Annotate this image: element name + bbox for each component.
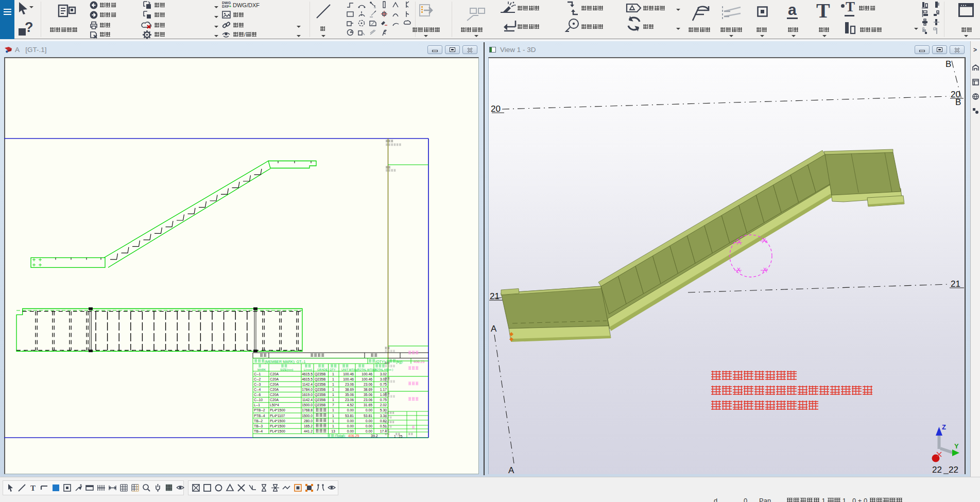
svg-text:Y: Y xyxy=(954,442,959,450)
svg-text:1: 1 xyxy=(332,372,334,376)
svg-text:1.17: 1.17 xyxy=(380,388,387,391)
svg-text:C--2: C--2 xyxy=(254,377,261,381)
svg-text:23.06: 23.06 xyxy=(345,383,354,386)
svg-text:0.75: 0.75 xyxy=(380,383,387,386)
svg-text:C--3: C--3 xyxy=(254,383,261,386)
svg-text:53.81: 53.81 xyxy=(345,414,354,418)
svg-text:100.46: 100.46 xyxy=(343,372,354,376)
svg-text:31.65: 31.65 xyxy=(364,403,372,407)
svg-text:0.00: 0.00 xyxy=(366,408,372,412)
svg-text:441.2: 441.2 xyxy=(304,429,313,433)
svg-text:(MEMBER MARK): GT--1: (MEMBER MARK): GT--1 xyxy=(265,360,305,364)
svg-text:TB--2: TB--2 xyxy=(254,419,263,423)
svg-text:UNIT WT(kg): UNIT WT(kg) xyxy=(341,368,358,371)
svg-text:L(mm): L(mm) xyxy=(304,368,312,371)
svg-text:1142.4: 1142.4 xyxy=(302,383,313,386)
svg-text:1619.0: 1619.0 xyxy=(302,393,313,396)
svg-text:PL4*1500: PL4*1500 xyxy=(270,408,285,412)
svg-text:Q235B: Q235B xyxy=(315,393,326,397)
svg-text:SIZE(mm): SIZE(mm) xyxy=(280,368,294,371)
svg-text:A: A xyxy=(491,324,497,334)
svg-text:23.06: 23.06 xyxy=(345,398,354,402)
svg-text:TOTAL WT(kg): TOTAL WT(kg) xyxy=(357,368,376,371)
svg-text:1500.0: 1500.0 xyxy=(302,414,313,418)
svg-text:0.00: 0.00 xyxy=(347,419,354,423)
svg-text:A: A xyxy=(508,465,514,475)
svg-text:GRADE: GRADE xyxy=(317,368,328,371)
svg-text:1: 1 xyxy=(332,414,334,418)
svg-text:C20A: C20A xyxy=(270,393,279,396)
svg-text:Q235B: Q235B xyxy=(315,383,326,387)
svg-text:QTY: QTY xyxy=(330,368,336,371)
svg-text:100.46: 100.46 xyxy=(343,377,354,381)
svg-text:PL4*1500: PL4*1500 xyxy=(270,429,285,433)
svg-text:0.00: 0.00 xyxy=(347,408,354,412)
svg-text:100.46: 100.46 xyxy=(362,377,372,381)
svg-text:Q235B: Q235B xyxy=(315,372,326,376)
svg-text:1: 1 xyxy=(332,398,334,402)
svg-text:PL4*1107: PL4*1107 xyxy=(270,414,285,418)
svg-text:1768.8: 1768.8 xyxy=(302,408,313,412)
svg-text:TB--4: TB--4 xyxy=(254,429,263,433)
svg-text:C--1: C--1 xyxy=(254,372,261,376)
svg-text:1500.0: 1500.0 xyxy=(302,403,313,407)
svg-text:B: B xyxy=(955,97,961,107)
svg-text:1: 1 xyxy=(332,424,334,428)
svg-text:1: 1 xyxy=(332,377,334,381)
svg-text:0.00: 0.00 xyxy=(366,424,372,428)
svg-text:0.75: 0.75 xyxy=(380,398,387,402)
svg-text:Q235B: Q235B xyxy=(315,403,326,407)
svg-text:0.51: 0.51 xyxy=(380,424,387,428)
svg-text:0.00: 0.00 xyxy=(347,429,354,433)
svg-text:PL4*1500: PL4*1500 xyxy=(270,424,285,428)
svg-text:3.34: 3.34 xyxy=(380,414,387,418)
svg-text:PTB--4: PTB--4 xyxy=(254,414,265,418)
svg-text:1: 1 xyxy=(332,408,334,412)
svg-text:13: 13 xyxy=(331,429,335,433)
svg-text:406.25: 406.25 xyxy=(348,434,359,438)
svg-text:2.02: 2.02 xyxy=(380,403,387,407)
svg-text:C--4: C--4 xyxy=(254,388,261,391)
svg-text:(Total):: (Total): xyxy=(335,434,346,438)
svg-text:T: T xyxy=(30,484,36,492)
svg-text:4615.5: 4615.5 xyxy=(302,372,313,376)
svg-text:53.81: 53.81 xyxy=(364,414,372,418)
svg-text:38.69: 38.69 xyxy=(345,388,354,391)
svg-text:1: 1 xyxy=(332,393,334,396)
svg-text:21: 21 xyxy=(951,279,960,289)
svg-text:TOTAL AR(m ): TOTAL AR(m ) xyxy=(374,368,393,371)
svg-text:C20A: C20A xyxy=(270,372,279,376)
svg-text:39.2: 39.2 xyxy=(371,434,378,438)
svg-text:1: 1 xyxy=(332,419,334,423)
svg-text:21: 21 xyxy=(490,291,500,301)
svg-text:1: 1 xyxy=(332,388,334,391)
svg-text:C20A: C20A xyxy=(270,383,279,386)
svg-text:1: 1 xyxy=(332,383,334,386)
svg-text:165.2: 165.2 xyxy=(304,424,313,428)
svg-text:4615.5: 4615.5 xyxy=(302,377,313,381)
svg-text:C--6: C--6 xyxy=(254,393,261,396)
svg-text:TB--3: TB--3 xyxy=(254,424,263,428)
svg-text:1 : 25: 1 : 25 xyxy=(394,435,403,438)
svg-text:5.30: 5.30 xyxy=(380,408,387,412)
svg-text:23.06: 23.06 xyxy=(364,383,372,386)
svg-text:C20A: C20A xyxy=(270,398,279,402)
svg-text:(kg):: (kg): xyxy=(396,360,403,364)
svg-text:100.46: 100.46 xyxy=(362,372,372,376)
svg-text:0.00: 0.00 xyxy=(366,429,372,433)
svg-text:L--1: L--1 xyxy=(254,403,260,407)
svg-text:4.52: 4.52 xyxy=(347,403,354,407)
svg-text:0.00: 0.00 xyxy=(347,424,354,428)
svg-text:35.06: 35.06 xyxy=(364,393,372,396)
svg-text:MARK: MARK xyxy=(257,368,266,371)
svg-text:Q235B: Q235B xyxy=(315,398,326,402)
svg-text:C--10: C--10 xyxy=(254,398,263,402)
svg-text:280.0: 280.0 xyxy=(304,419,313,423)
svg-text:C20A: C20A xyxy=(270,377,279,381)
svg-text:22: 22 xyxy=(932,465,942,475)
svg-text:22: 22 xyxy=(949,465,958,475)
svg-text:PL4*1500: PL4*1500 xyxy=(270,419,285,423)
svg-text:1784.0: 1784.0 xyxy=(302,388,313,391)
svg-text:406.25: 406.25 xyxy=(414,360,425,363)
svg-text:1142.4: 1142.4 xyxy=(302,398,313,402)
